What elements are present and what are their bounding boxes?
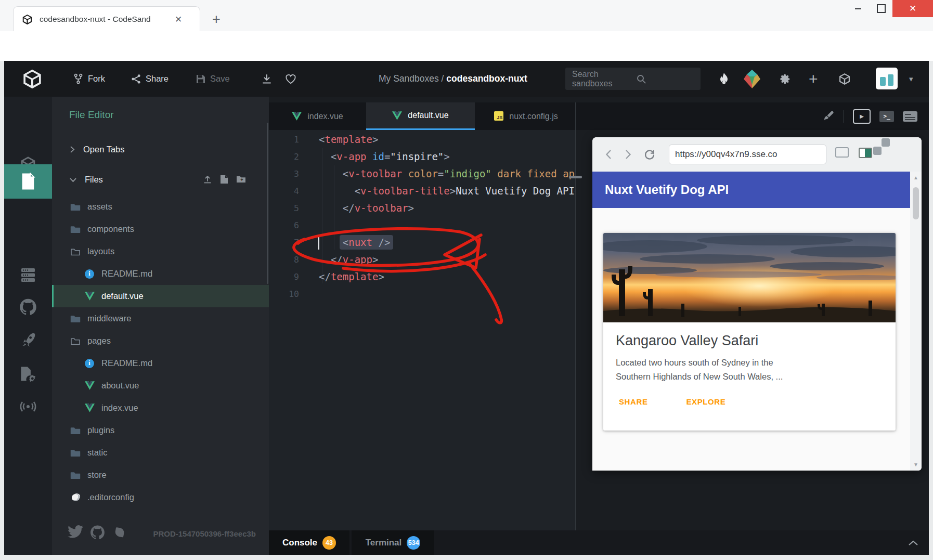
scroll-up-icon[interactable]: ▲ xyxy=(910,175,922,180)
file-tree-item-plugins[interactable]: plugins xyxy=(52,419,269,441)
new-tab-button[interactable]: + xyxy=(207,10,226,28)
code-text xyxy=(299,285,319,303)
scroll-down-icon[interactable]: ▼ xyxy=(910,462,922,467)
dashboard-cube-icon[interactable] xyxy=(838,61,851,97)
file-tree-item-store[interactable]: store xyxy=(52,464,269,486)
file-tree-item-readme-md[interactable]: iREADME.md xyxy=(52,263,269,285)
browser-titlebar: codesandbox-nuxt - CodeSand ✕ + ✕ xyxy=(0,0,933,31)
file-tree-item-static[interactable]: static xyxy=(52,441,269,464)
new-folder-icon[interactable]: + xyxy=(236,175,246,184)
user-menu-caret-icon[interactable]: ▾ xyxy=(909,61,913,97)
terminal-toggle-icon[interactable]: >_ xyxy=(879,111,894,122)
file-tree-item-layouts[interactable]: layouts xyxy=(52,240,269,263)
window-minimize-button[interactable] xyxy=(847,0,870,17)
code-line-5[interactable]: 5 </v-toolbar> xyxy=(269,200,575,217)
browser-toolbar: https://codesandbox.io/s/y00qv4x7n9 G文 ♪ xyxy=(0,31,933,61)
csb-header: Fork Share Save My Sandboxes / codesandb… xyxy=(4,61,929,97)
rail-server-icon[interactable] xyxy=(4,258,52,292)
like-heart-icon[interactable] xyxy=(285,61,296,97)
prettier-brush-icon[interactable] xyxy=(823,111,835,122)
file-tree-item--editorconfig[interactable]: .editorconfig xyxy=(52,486,269,509)
file-tree-item-components[interactable]: components xyxy=(52,218,269,240)
code-line-9[interactable]: 9</template> xyxy=(269,268,575,285)
share-card-button[interactable]: SHARE xyxy=(619,397,648,406)
preview-forward-icon[interactable] xyxy=(625,137,632,172)
console-tab[interactable]: Console 43 xyxy=(269,530,349,555)
code-line-4[interactable]: 4 <v-toolbar-title>Nuxt Vuetify Dog API<… xyxy=(269,183,575,200)
preview-play-icon[interactable]: ▶ xyxy=(853,109,871,124)
codesandbox-favicon-icon xyxy=(22,14,33,25)
folder-icon xyxy=(69,203,82,211)
code-line-7[interactable]: 7 <nuxt /> xyxy=(269,234,575,251)
preview-url-input[interactable]: https://y00qv4x7n9.sse.co xyxy=(669,145,826,164)
file-tree-item-assets[interactable]: assets xyxy=(52,196,269,218)
new-file-icon[interactable] xyxy=(220,175,228,184)
save-button[interactable]: Save xyxy=(196,61,230,97)
rail-file-editor-icon[interactable] xyxy=(4,164,52,199)
rail-github-icon[interactable] xyxy=(4,290,52,323)
file-tree-item-pages[interactable]: pages xyxy=(52,330,269,352)
code-line-2[interactable]: 2 <v-app id="inspire"> xyxy=(269,148,575,165)
preview-desktop-view-icon[interactable] xyxy=(835,147,849,158)
folder-open-icon xyxy=(69,248,82,256)
code-editor[interactable]: 1<template>2 <v-app id="inspire">3 <v-to… xyxy=(269,130,575,530)
user-avatar[interactable] xyxy=(876,68,898,89)
window-close-button[interactable]: ✕ xyxy=(892,0,933,17)
line-number: 5 xyxy=(269,200,299,217)
settings-gear-icon[interactable] xyxy=(780,61,791,97)
csb-logo-icon[interactable] xyxy=(22,61,43,97)
file-tree-item-about-vue[interactable]: about.vue xyxy=(52,374,269,397)
code-line-10[interactable]: 10 xyxy=(269,285,575,303)
explore-card-button[interactable]: EXPLORE xyxy=(686,397,726,406)
console-panel-icon[interactable] xyxy=(903,111,917,122)
file-tree-item-default-vue[interactable]: default.vue xyxy=(52,285,269,307)
code-line-8[interactable]: 8 </v-app> xyxy=(269,251,575,268)
terminal-tab[interactable]: Terminal 534 xyxy=(352,530,434,555)
upload-file-icon[interactable] xyxy=(203,175,212,184)
preview-refresh-icon[interactable] xyxy=(643,137,656,172)
file-tree-item-label: .editorconfig xyxy=(87,492,134,502)
tab-close-icon[interactable]: ✕ xyxy=(172,12,185,26)
share-button[interactable]: Share xyxy=(131,61,169,97)
search-sandboxes-input[interactable]: Search sandboxes xyxy=(565,68,701,90)
file-panel-scrollbar[interactable] xyxy=(267,123,268,284)
rail-deploy-rocket-icon[interactable] xyxy=(4,323,52,357)
code-line-6[interactable]: 6 xyxy=(269,217,575,234)
new-sandbox-plus-icon[interactable]: + xyxy=(809,61,818,97)
download-icon[interactable] xyxy=(262,61,272,97)
editor-tab-default-vue[interactable]: default.vue xyxy=(366,102,475,130)
file-panel-footer: PROD-1547050396-ff3eec3b xyxy=(52,518,269,549)
chevron-down-icon xyxy=(69,177,76,183)
code-line-3[interactable]: 3 <v-toolbar color="indigo" dark fixed a… xyxy=(269,165,575,183)
terminal-count-badge: 534 xyxy=(407,536,420,550)
editor-tab-nuxt-config-js[interactable]: JSnuxt.config.js xyxy=(475,102,577,130)
community-diamond-icon[interactable] xyxy=(743,61,761,97)
spectrum-icon[interactable] xyxy=(112,525,126,539)
browser-tab[interactable]: codesandbox-nuxt - CodeSand ✕ xyxy=(13,6,200,32)
flame-icon[interactable] xyxy=(719,61,729,97)
pane-divider-grip[interactable] xyxy=(569,176,582,178)
preview-app-title: Nuxt Vuetify Dog API xyxy=(605,183,729,197)
github-icon[interactable] xyxy=(90,525,105,540)
preview-back-icon[interactable] xyxy=(605,137,612,172)
file-tree-item-middleware[interactable]: middleware xyxy=(52,307,269,330)
rail-config-file-icon[interactable] xyxy=(4,357,52,390)
file-tree-item-label: assets xyxy=(87,202,112,212)
window-maximize-button[interactable] xyxy=(870,0,892,17)
file-tree-item-readme-md[interactable]: iREADME.md xyxy=(52,352,269,374)
editor-tab-index-vue[interactable]: index.vue xyxy=(269,102,366,130)
preview-scrollbar[interactable]: ▲ ▼ xyxy=(910,172,922,471)
breadcrumb[interactable]: My Sandboxes / codesandbox-nuxt xyxy=(379,61,527,97)
rail-live-icon[interactable] xyxy=(4,389,52,423)
scroll-thumb[interactable] xyxy=(913,187,919,219)
open-tabs-section[interactable]: Open Tabs xyxy=(52,139,269,160)
code-text: <template> xyxy=(299,131,378,148)
code-line-1[interactable]: 1<template> xyxy=(269,131,575,148)
fork-button[interactable]: Fork xyxy=(73,61,105,97)
file-tree-item-index-vue[interactable]: index.vue xyxy=(52,397,269,419)
pane-divider[interactable] xyxy=(575,102,576,530)
collapse-chevron-icon[interactable] xyxy=(908,530,918,555)
preview-split-view-icon[interactable] xyxy=(859,148,872,158)
file-tree-item-label: layouts xyxy=(87,246,114,256)
twitter-icon[interactable] xyxy=(68,525,83,538)
